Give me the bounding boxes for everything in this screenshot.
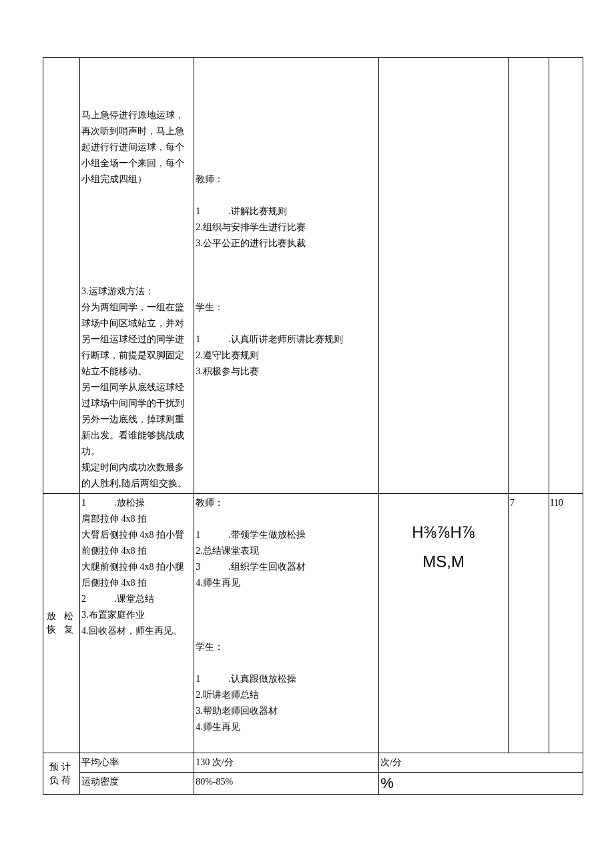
section-label-empty [43,58,80,494]
teacher-student-cell: 教师： 1 .讲解比赛规则 2.组织与安排学生进行比赛 3.公平公正的进行比赛执… [194,58,379,494]
lesson-plan-table: 马上急停进行原地运球，再次听到哨声时，马上急起进行行进间运球，每个小组全场一个来… [43,57,583,795]
relax-teacher-student-cell: 教师： 1 .带领学生做放松操 2.总结课堂表现 3 .组织学生回收器材 4.师… [194,494,379,753]
list-item: 1 .放松操 [81,495,192,511]
metric-value: 130 次/分 [196,757,233,767]
list-item: 2.听讲老师总结 [196,687,377,703]
metric-unit: 次/分 [380,757,402,767]
list-item: 4.师生再见 [196,575,377,591]
formation-text: H⅜⅞H⅞ MS,M [380,518,507,576]
activity-paragraph: 马上急停进行原地运球，再次听到哨声时，马上急起进行行进间运球，每个小组全场一个来… [81,107,192,187]
table-row: 放 松 恢 复 1 .放松操 肩部拉伸 4x8 拍 大臂后侧拉伸 4x8 拍小臂… [43,494,583,753]
intensity-value: I10 [551,498,563,508]
section-label-load: 预计负荷 [43,753,80,795]
metric-name: 运动密度 [81,777,119,787]
student-label: 学生： [196,639,377,655]
document-page: 马上急停进行原地运球，再次听到哨声时，马上急起进行行进间运球，每个小组全场一个来… [0,0,614,821]
metric-value-cell: 80%-85% [194,773,379,795]
table-row: 预计负荷 平均心率 130 次/分 次/分 [43,753,583,773]
metric-unit-cell: % [379,773,583,795]
teacher-label: 教师： [196,495,377,511]
section-label-text: 预计负荷 [45,761,78,787]
list-item: 2.总结课堂表现 [196,543,377,559]
list-item: 1 .讲解比赛规则 [196,203,377,220]
list-item: 3.公平公正的进行比赛执裁 [196,236,377,252]
list-item: 3.布置家庭作业 [81,607,192,623]
list-item: 1 .带领学生做放松操 [196,527,377,543]
teacher-label: 教师： [196,171,377,187]
metric-unit: % [380,775,394,791]
metric-unit-cell: 次/分 [379,753,583,773]
time-cell-empty [508,58,549,494]
list-item: 4.回收器材，师生再见。 [81,623,192,639]
table-row: 运动密度 80%-85% % [43,773,583,795]
student-label: 学生： [196,300,377,316]
metric-value-cell: 130 次/分 [194,753,379,773]
activity-paragraph: 分为两组同学，一组在篮球场中间区域站立，并对另一组运球经过的同学进行断球，前提是… [81,300,192,492]
list-item: 3.积极参与比赛 [196,364,377,380]
time-value: 7 [510,498,515,508]
list-item: 3.帮助老师回收器材 [196,703,377,719]
activity-content-cell: 马上急停进行原地运球，再次听到哨声时，马上急起进行行进间运球，每个小组全场一个来… [80,58,194,494]
section-label-text: 放 松 恢 复 [47,610,76,636]
list-item: 2.遵守比赛规则 [196,348,377,364]
list-item: 1 .认真听讲老师所讲比赛规则 [196,332,377,348]
metric-name-cell: 平均心率 [80,753,194,773]
metric-value: 80%-85% [196,777,233,787]
list-item: 4.师生再见 [196,719,377,735]
list-item: 3 .组织学生回收器材 [196,559,377,575]
table-row: 马上急停进行原地运球，再次听到哨声时，马上急起进行行进间运球，每个小组全场一个来… [43,58,583,494]
list-item: 2.组织与安排学生进行比赛 [196,220,377,236]
intensity-cell-empty [549,58,583,494]
list-item: 肩部拉伸 4x8 拍 [81,511,192,527]
formation-diagram-cell: H⅜⅞H⅞ MS,M [379,494,509,753]
metric-name-cell: 运动密度 [80,773,194,795]
list-item: 大臂后侧拉伸 4x8 拍小臂前侧拉伸 4x8 拍 [81,527,192,559]
diagram-cell-empty [379,58,509,494]
section-label-relax: 放 松 恢 复 [43,494,80,753]
metric-name: 平均心率 [81,757,119,767]
intensity-cell: I10 [549,494,583,753]
list-item: 2 .课堂总结 [81,591,192,607]
relax-content-cell: 1 .放松操 肩部拉伸 4x8 拍 大臂后侧拉伸 4x8 拍小臂前侧拉伸 4x8… [80,494,194,753]
time-cell: 7 [508,494,549,753]
list-item: 大腿前侧拉伸 4x8 拍小腿后侧拉伸 4x8 拍 [81,559,192,591]
list-item: 1 .认真跟做放松操 [196,671,377,687]
activity-subtitle: 3.运球游戏方法： [81,284,192,300]
